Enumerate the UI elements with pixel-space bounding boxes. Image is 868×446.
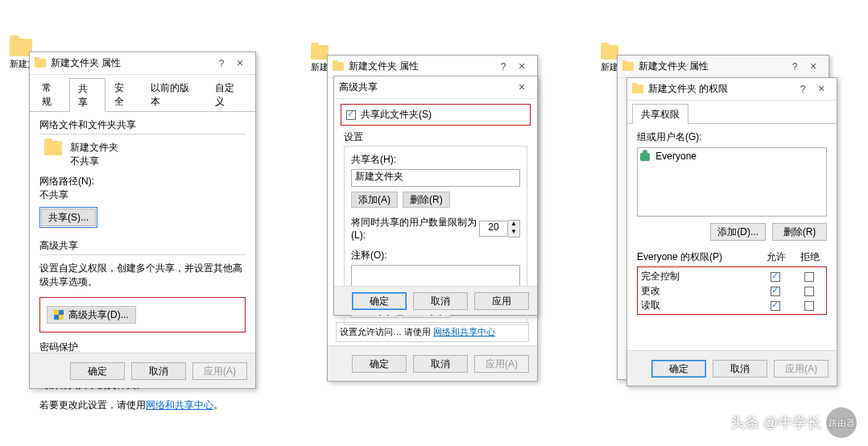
perm-name: 完全控制 bbox=[638, 270, 758, 283]
shield-icon bbox=[54, 310, 64, 320]
cancel-button[interactable]: 取消 bbox=[413, 355, 468, 373]
titlebar[interactable]: 新建文件夹 属性 ? × bbox=[328, 56, 537, 78]
tab-sharing[interactable]: 共享 bbox=[69, 78, 105, 112]
help-icon[interactable]: ? bbox=[213, 58, 229, 69]
dialog-title: 新建文件夹 属性 bbox=[349, 60, 495, 73]
allow-change-checkbox[interactable] bbox=[771, 287, 780, 296]
folder-icon bbox=[35, 59, 46, 68]
user-limit-label: 将同时共享的用户数量限制为(L): bbox=[351, 216, 479, 241]
section-network-sharing-title: 网络文件和文件夹共享 bbox=[39, 118, 246, 132]
watermark-badge: 路由器 bbox=[826, 407, 857, 438]
close-icon[interactable]: × bbox=[811, 82, 832, 97]
share-name-label: 共享名(H): bbox=[351, 153, 520, 167]
user-item-label: Everyone bbox=[655, 151, 696, 162]
cancel-button[interactable]: 取消 bbox=[413, 292, 468, 310]
allow-full-control-checkbox[interactable] bbox=[771, 272, 780, 282]
apply-button[interactable]: 应用(A) bbox=[192, 362, 247, 380]
chevron-down-icon[interactable]: ▼ bbox=[508, 229, 519, 237]
section-advanced-sharing-desc: 设置自定义权限，创建多个共享，并设置其他高级共享选项。 bbox=[39, 262, 246, 289]
share-button[interactable]: 共享(S)... bbox=[41, 209, 96, 226]
tab-customize[interactable]: 自定义 bbox=[206, 77, 252, 111]
section-password-desc2-prefix: 若要更改此设置，请使用 bbox=[39, 399, 146, 411]
comment-label: 注释(O): bbox=[351, 249, 520, 262]
network-path-label: 网络路径(N): bbox=[39, 175, 246, 188]
permissions-header: Everyone 的权限(P) bbox=[637, 250, 759, 264]
tab-general[interactable]: 常规 bbox=[33, 77, 69, 111]
user-limit-value[interactable]: 20 bbox=[479, 221, 508, 237]
perm-row-full-control: 完全控制 bbox=[638, 269, 826, 283]
section-advanced-sharing-title: 高级共享 bbox=[39, 239, 246, 253]
share-name-input[interactable]: 新建文件夹 bbox=[351, 169, 520, 187]
properties-dialog: 新建文件夹 属性 ? × 常规 共享 安全 以前的版本 自定义 网络文件和文件夹… bbox=[29, 52, 256, 389]
folder-icon bbox=[311, 45, 329, 60]
network-sharing-center-link[interactable]: 网络和共享中心 bbox=[146, 399, 213, 411]
close-icon[interactable]: × bbox=[511, 60, 532, 74]
ok-button[interactable]: 确定 bbox=[651, 360, 706, 378]
deny-read-checkbox[interactable] bbox=[804, 301, 814, 311]
folder-icon bbox=[632, 85, 643, 93]
help-icon[interactable]: ? bbox=[495, 61, 511, 72]
help-icon[interactable]: ? bbox=[787, 61, 803, 72]
close-icon[interactable]: × bbox=[803, 60, 824, 74]
watermark-text: 头条 @牛学长 bbox=[730, 413, 821, 432]
advanced-sharing-button[interactable]: 高级共享(D)... bbox=[47, 306, 136, 324]
titlebar[interactable]: 新建文件夹 属性 ? × bbox=[30, 52, 255, 75]
watermark: 头条 @牛学长 路由器 bbox=[730, 407, 857, 438]
network-sharing-center-link[interactable]: 网络和共享中心 bbox=[433, 327, 495, 337]
titlebar[interactable]: 高级共享 × bbox=[334, 76, 537, 99]
add-share-button[interactable]: 添加(A) bbox=[351, 192, 398, 208]
network-path-value: 不共享 bbox=[39, 188, 246, 202]
dialog-footer: 确定 取消 应用(A) bbox=[328, 345, 537, 381]
titlebar[interactable]: 新建文件夹 属性 ? × bbox=[618, 56, 829, 78]
add-user-button[interactable]: 添加(D)... bbox=[710, 223, 766, 241]
dialog-footer: 确定 取消 应用 bbox=[334, 286, 537, 315]
column-allow: 允许 bbox=[759, 250, 793, 264]
share-this-folder-checkbox[interactable] bbox=[346, 110, 356, 120]
tab-share-permissions[interactable]: 共享权限 bbox=[632, 104, 688, 124]
user-item-everyone[interactable]: Everyone bbox=[640, 151, 824, 162]
apply-button[interactable]: 应用(A) bbox=[774, 360, 829, 378]
dialog-footer: 确定 取消 应用(A) bbox=[30, 353, 255, 388]
dialog-title: 新建文件夹 属性 bbox=[639, 60, 787, 73]
user-listbox[interactable]: Everyone bbox=[637, 147, 827, 217]
apply-button[interactable]: 应用 bbox=[474, 292, 529, 310]
help-icon[interactable]: ? bbox=[795, 84, 811, 95]
cancel-button[interactable]: 取消 bbox=[131, 362, 186, 380]
ok-button[interactable]: 确定 bbox=[352, 355, 407, 373]
advanced-sharing-dialog: 高级共享 × 共享此文件夹(S) 设置 共享名(H): 新建文件夹 添加(A) … bbox=[333, 76, 538, 316]
folder-icon bbox=[333, 62, 344, 71]
folder-icon bbox=[601, 45, 618, 60]
perm-name: 读取 bbox=[638, 299, 758, 312]
shared-folder-name: 新建文件夹 bbox=[70, 141, 118, 155]
close-icon[interactable]: × bbox=[511, 81, 532, 95]
tab-security[interactable]: 安全 bbox=[105, 77, 142, 111]
dialog-title: 新建文件夹 属性 bbox=[51, 56, 213, 70]
tab-previous-versions[interactable]: 以前的版本 bbox=[142, 77, 206, 111]
apply-button[interactable]: 应用(A) bbox=[474, 355, 529, 373]
chevron-up-icon[interactable]: ▲ bbox=[508, 221, 519, 229]
dialog-title: 新建文件夹 的权限 bbox=[648, 82, 795, 96]
shared-state: 不共享 bbox=[70, 155, 118, 168]
perm-row-read: 读取 bbox=[638, 298, 826, 312]
close-icon[interactable]: × bbox=[229, 56, 250, 71]
ok-button[interactable]: 确定 bbox=[70, 362, 125, 380]
share-name-value: 新建文件夹 bbox=[355, 171, 403, 182]
perm-name: 更改 bbox=[638, 284, 758, 298]
group-usernames-label: 组或用户名(G): bbox=[637, 130, 827, 144]
share-this-folder-label: 共享此文件夹(S) bbox=[361, 108, 432, 122]
back-bottom-text: 设置允许访问… 请使用 bbox=[340, 327, 431, 337]
perm-row-change: 更改 bbox=[638, 283, 826, 298]
deny-full-control-checkbox[interactable] bbox=[804, 272, 814, 282]
cancel-button[interactable]: 取消 bbox=[713, 360, 767, 378]
deny-change-checkbox[interactable] bbox=[804, 287, 814, 296]
advanced-sharing-button-label: 高级共享(D)... bbox=[68, 307, 129, 323]
remove-user-button[interactable]: 删除(R) bbox=[772, 223, 827, 241]
dialog-title: 高级共享 bbox=[339, 81, 511, 94]
column-deny: 拒绝 bbox=[793, 250, 827, 264]
allow-read-checkbox[interactable] bbox=[771, 301, 780, 311]
remove-share-button[interactable]: 删除(R) bbox=[403, 192, 450, 208]
titlebar[interactable]: 新建文件夹 的权限 ? × bbox=[627, 78, 837, 101]
ok-button[interactable]: 确定 bbox=[352, 292, 407, 310]
user-limit-spinner[interactable]: 20 ▲ ▼ bbox=[479, 220, 520, 237]
section-password-desc2-suffix: 。 bbox=[213, 399, 223, 411]
